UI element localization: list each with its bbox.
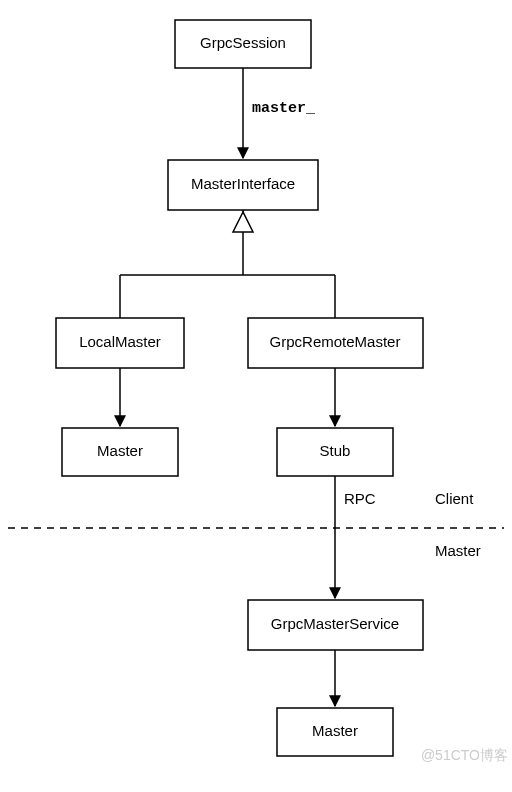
region-client-label: Client — [435, 490, 474, 507]
edge-master-ptr-label: master_ — [252, 100, 316, 117]
node-master-interface-label: MasterInterface — [191, 175, 295, 192]
region-master-label: Master — [435, 542, 481, 559]
node-stub-label: Stub — [320, 442, 351, 459]
node-grpc-session-label: GrpcSession — [200, 34, 286, 51]
watermark: @51CTO博客 — [421, 747, 508, 763]
architecture-diagram: GrpcSession master_ MasterInterface Loca… — [0, 0, 512, 792]
node-grpc-master-service-label: GrpcMasterService — [271, 615, 399, 632]
node-local-master-label: LocalMaster — [79, 333, 161, 350]
edge-rpc-label: RPC — [344, 490, 376, 507]
node-grpc-remote-master-label: GrpcRemoteMaster — [270, 333, 401, 350]
inheritance-arrowhead — [233, 212, 253, 232]
node-master-left-label: Master — [97, 442, 143, 459]
node-master-bottom-label: Master — [312, 722, 358, 739]
